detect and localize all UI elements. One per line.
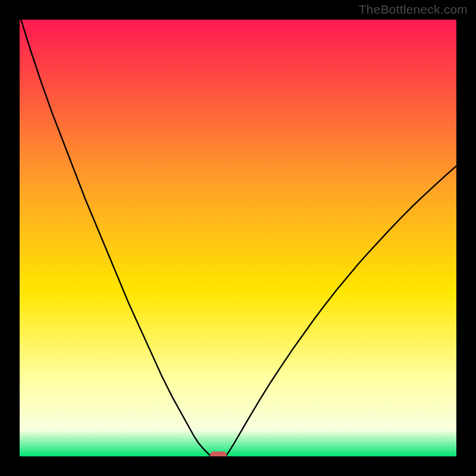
chart-frame: TheBottleneck.com (0, 0, 476, 476)
bottleneck-marker (210, 452, 227, 456)
gradient-background (20, 20, 456, 456)
bottleneck-chart (20, 20, 456, 456)
plot-area (20, 20, 456, 456)
watermark-text: TheBottleneck.com (359, 2, 468, 17)
